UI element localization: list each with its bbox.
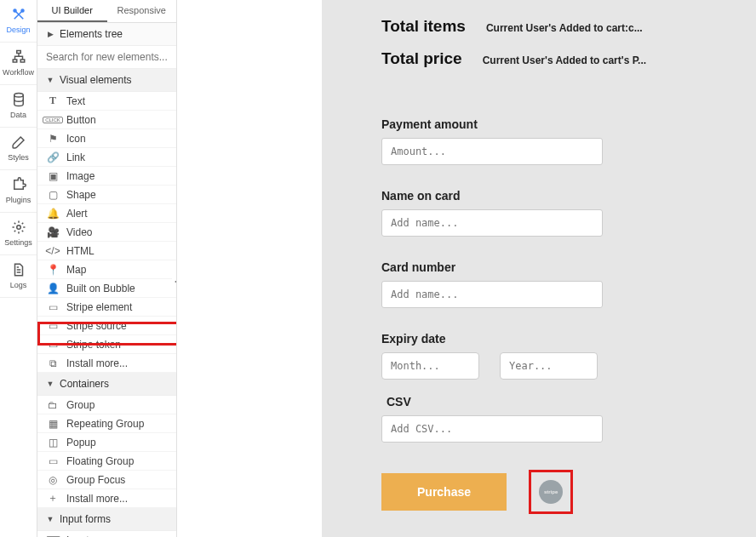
palette-sections: ▼Visual elementsTTextCLICKButton⚑Icon🔗Li… <box>37 69 176 537</box>
chevron-right-icon: ▶ <box>46 30 54 38</box>
rail-settings[interactable]: Settings <box>0 213 37 255</box>
palette-item-link[interactable]: 🔗Link <box>37 148 176 167</box>
palette-item-shape[interactable]: ▢Shape <box>37 186 176 204</box>
total-price-expr[interactable]: Current User's Added to cart's P... <box>483 54 646 66</box>
section-header[interactable]: ▼Visual elements <box>37 69 176 92</box>
field-card: Card number <box>381 260 736 308</box>
input-icon: ⌨ <box>44 534 61 538</box>
palette-item-stripe-element[interactable]: ▭Stripe element <box>37 298 176 317</box>
plus-icon: ＋ <box>44 491 61 506</box>
rail-label: Styles <box>8 154 29 162</box>
image-icon: ▣ <box>44 170 61 182</box>
section-header[interactable]: ▼Containers <box>37 373 176 396</box>
palette-item-alert[interactable]: 🔔Alert <box>37 204 176 223</box>
palette-item-stripe-token[interactable]: ▭Stripe token <box>37 335 176 354</box>
palette-item-label: Map <box>66 264 86 276</box>
field-name: Name on card <box>381 189 736 237</box>
palette-item-stripe-source[interactable]: ▭Stripe source <box>37 317 176 335</box>
csv-label: CSV <box>387 395 736 408</box>
csv-input[interactable] <box>381 415 603 443</box>
palette-item-install-more[interactable]: ⧉Install more... <box>37 354 176 373</box>
tab-ui-builder[interactable]: UI Builder <box>37 0 107 22</box>
expiry-year-input[interactable] <box>500 352 598 380</box>
palette-item-install-more[interactable]: ＋Install more... <box>37 489 176 508</box>
focus-icon: ◎ <box>44 474 61 486</box>
chevron-down-icon: ▼ <box>46 76 54 84</box>
palette-tabs: UI Builder Responsive <box>37 0 176 23</box>
search-input[interactable] <box>37 46 176 68</box>
rail-label: Workflow <box>3 69 34 77</box>
palette-item-label: Stripe element <box>66 301 132 313</box>
name-label: Name on card <box>381 189 736 203</box>
palette-item-label: Install more... <box>66 493 128 505</box>
palette-item-map[interactable]: 📍Map <box>37 260 176 279</box>
crossed-tools-icon <box>11 9 26 24</box>
palette-item-label: Image <box>66 170 94 182</box>
palette-item-label: Input <box>66 534 89 538</box>
total-items-expr[interactable]: Current User's Added to cart:c... <box>486 22 643 34</box>
palette-item-label: Stripe source <box>66 320 127 332</box>
palette-item-label: Repeating Group <box>66 418 144 430</box>
palette-item-floating-group[interactable]: ▭Floating Group <box>37 452 176 471</box>
rail-logs[interactable]: Logs <box>0 255 37 298</box>
payment-input[interactable] <box>381 138 603 165</box>
name-input[interactable] <box>381 209 603 237</box>
palette-item-label: Group <box>66 399 94 411</box>
database-icon <box>11 94 26 109</box>
brush-icon <box>11 136 26 151</box>
svg-rect-4 <box>20 60 25 62</box>
palette-item-label: Alert <box>66 208 88 220</box>
palette-item-group[interactable]: 🗀Group <box>37 396 176 414</box>
rail-data[interactable]: Data <box>0 85 37 128</box>
float-icon: ▭ <box>44 455 61 467</box>
svg-rect-2 <box>16 51 20 54</box>
purchase-button[interactable]: Purchase <box>381 473 507 511</box>
install-icon: ⧉ <box>44 357 61 369</box>
palette-item-html[interactable]: </>HTML <box>37 242 176 260</box>
file-icon <box>11 264 26 279</box>
palette-item-label: Button <box>66 114 96 126</box>
palette-item-group-focus[interactable]: ◎Group Focus <box>37 471 176 489</box>
rail-plugins[interactable]: Plugins <box>0 170 37 213</box>
palette-item-label: Popup <box>66 437 96 448</box>
palette-item-label: Group Focus <box>66 474 125 486</box>
section-title: Containers <box>60 378 109 390</box>
card-icon: ▭ <box>44 320 61 332</box>
palette-search-row <box>37 46 176 69</box>
field-expiry: Expiry date <box>381 332 736 380</box>
palette-item-video[interactable]: 🎥Video <box>37 223 176 242</box>
palette-item-label: Install more... <box>66 357 128 369</box>
expiry-month-input[interactable] <box>381 352 479 380</box>
palette-item-repeating-group[interactable]: ▦Repeating Group <box>37 414 176 433</box>
card-icon: ▭ <box>44 301 61 313</box>
rail-workflow[interactable]: Workflow <box>0 43 37 85</box>
palette-item-label: Link <box>66 151 85 163</box>
code-icon: </> <box>44 245 61 257</box>
palette-item-icon[interactable]: ⚑Icon <box>37 129 176 148</box>
palette-item-built-on-bubble[interactable]: 👤Built on Bubble <box>37 279 176 298</box>
palette-item-image[interactable]: ▣Image <box>37 167 176 186</box>
section-title: Visual elements <box>60 74 132 86</box>
palette-item-button[interactable]: CLICKButton <box>37 111 176 129</box>
rail-styles[interactable]: Styles <box>0 128 37 170</box>
link-icon: 🔗 <box>44 151 61 163</box>
total-items-label: Total items <box>381 17 466 36</box>
stripe-chip-wrap: stripe <box>532 473 570 511</box>
totals-row-items: Total items Current User's Added to cart… <box>381 17 736 36</box>
element-palette: UI Builder Responsive ▶ Elements tree ▼V… <box>37 0 177 537</box>
pin-icon: 📍 <box>44 264 61 276</box>
palette-item-popup[interactable]: ◫Popup <box>37 433 176 452</box>
card-input[interactable] <box>381 281 603 308</box>
rail-design[interactable]: Design <box>0 0 37 43</box>
palette-item-text[interactable]: TText <box>37 92 176 111</box>
palette-item-label: Text <box>66 95 85 107</box>
elements-tree-header[interactable]: ▶ Elements tree <box>37 23 176 46</box>
palette-item-input[interactable]: ⌨Input <box>37 531 176 537</box>
palette-item-label: HTML <box>66 245 94 257</box>
popup-icon: ◫ <box>44 437 61 448</box>
totals-row-price: Total price Current User's Added to cart… <box>381 49 736 68</box>
gear-icon <box>11 221 26 237</box>
stripe-chip[interactable]: stripe <box>539 480 563 504</box>
tab-responsive[interactable]: Responsive <box>107 0 177 22</box>
section-header[interactable]: ▼Input forms <box>37 508 176 531</box>
